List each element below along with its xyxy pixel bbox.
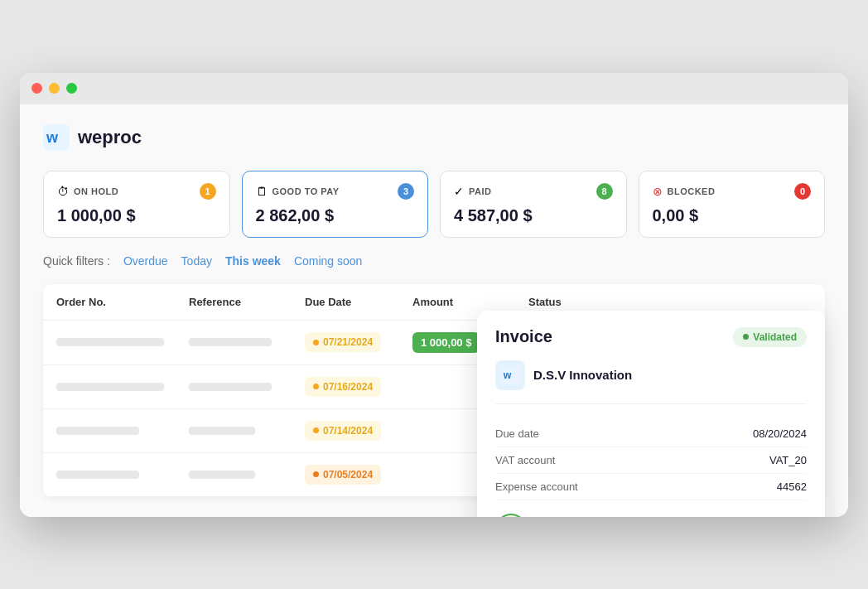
company-logo-icon: w <box>501 366 519 384</box>
svg-text:w: w <box>46 129 59 146</box>
date-badge: 07/16/2024 <box>305 377 381 397</box>
col-reference: Reference <box>189 296 305 308</box>
cell-reference <box>189 383 305 391</box>
card-good-to-pay-amount: 2 862,00 $ <box>256 206 415 225</box>
company-logo: w <box>495 360 525 390</box>
expense-row: Expense account 44562 <box>495 474 807 500</box>
close-button[interactable] <box>31 83 42 94</box>
col-amount: Amount <box>412 296 528 308</box>
avatar: JH <box>495 514 527 517</box>
company-name: D.S.V Innovation <box>533 368 632 382</box>
card-blocked[interactable]: ⊗ BLOCKED 0 0,00 $ <box>639 171 826 238</box>
card-blocked-amount: 0,00 $ <box>653 206 812 225</box>
svg-text:w: w <box>503 369 512 381</box>
due-date-label: Due date <box>495 427 539 440</box>
on-hold-icon: ⏱ <box>57 185 69 198</box>
card-blocked-title: BLOCKED <box>668 186 716 196</box>
filter-this-week[interactable]: This week <box>225 254 281 268</box>
col-order-no: Order No. <box>56 296 189 308</box>
card-paid-amount: 4 587,00 $ <box>454 206 613 225</box>
date-text: 07/14/2024 <box>323 425 373 437</box>
quick-filters: Quick filters : Overdue Today This week … <box>43 254 825 268</box>
date-dot <box>313 427 319 433</box>
card-paid-title: PAID <box>469 186 491 196</box>
card-on-hold[interactable]: ⏱ ON HOLD 1 1 000,00 $ <box>43 171 230 238</box>
validated-badge: Validated <box>733 327 807 347</box>
cell-due-date: 07/05/2024 <box>305 465 412 485</box>
card-paid-badge: 8 <box>596 183 613 200</box>
cell-due-date: 07/14/2024 <box>305 421 412 441</box>
due-date-row: Due date 08/20/2024 <box>495 421 807 447</box>
app-header: w weproc <box>43 124 825 151</box>
card-on-hold-title: ON HOLD <box>74 186 118 196</box>
main-area: Order No. Reference Due Date Amount Stat… <box>43 284 825 497</box>
vat-row: VAT account VAT_20 <box>495 447 807 474</box>
cell-order-no <box>56 427 189 435</box>
card-good-to-pay-title: GOOD TO PAY <box>272 186 340 196</box>
cell-reference <box>189 338 305 346</box>
date-badge: 07/14/2024 <box>305 421 381 441</box>
blocked-icon: ⊗ <box>653 185 663 198</box>
card-on-hold-amount: 1 000,00 $ <box>57 206 216 225</box>
cell-reference <box>189 427 305 435</box>
company-row: w D.S.V Innovation <box>495 360 807 404</box>
card-paid-header: ✓ PAID 8 <box>454 183 613 200</box>
date-badge: 07/05/2024 <box>305 465 381 485</box>
vat-value: VAT_20 <box>769 454 807 466</box>
amount-badge: 1 000,00 $ <box>412 332 480 353</box>
date-dot <box>313 471 319 477</box>
expense-label: Expense account <box>495 480 578 493</box>
cell-due-date: 07/16/2024 <box>305 377 412 397</box>
validated-dot <box>743 334 749 340</box>
card-on-hold-badge: 1 <box>200 183 216 200</box>
card-good-to-pay-badge: 3 <box>398 183 414 200</box>
filter-today[interactable]: Today <box>181 254 212 268</box>
good-to-pay-icon: 🗒 <box>256 185 268 198</box>
cell-due-date: 07/21/2024 <box>305 332 412 352</box>
app-content: w weproc ⏱ ON HOLD 1 1 000,00 $ 🗒 GOOD T… <box>20 104 848 517</box>
invoice-title: Invoice <box>495 327 552 346</box>
user-row: JH Jean Hives Validated on 28/07/2023 <box>495 514 807 517</box>
invoice-panel: Invoice Validated w D.S.V Innovation <box>477 311 825 517</box>
minimize-button[interactable] <box>49 83 60 94</box>
app-window: w weproc ⏱ ON HOLD 1 1 000,00 $ 🗒 GOOD T… <box>20 73 848 517</box>
expense-value: 44562 <box>777 480 807 493</box>
vat-label: VAT account <box>495 454 555 466</box>
card-on-hold-header: ⏱ ON HOLD 1 <box>57 183 216 200</box>
maximize-button[interactable] <box>66 83 77 94</box>
validated-text: Validated <box>753 331 797 343</box>
filter-overdue[interactable]: Overdue <box>123 254 168 268</box>
cell-order-no <box>56 338 189 346</box>
invoice-header: Invoice Validated <box>495 327 807 347</box>
card-good-to-pay[interactable]: 🗒 GOOD TO PAY 3 2 862,00 $ <box>242 171 429 238</box>
cell-reference <box>189 471 305 479</box>
date-dot <box>313 384 319 389</box>
card-blocked-badge: 0 <box>794 183 811 200</box>
status-cards: ⏱ ON HOLD 1 1 000,00 $ 🗒 GOOD TO PAY 3 2… <box>43 171 825 238</box>
quick-filters-label: Quick filters : <box>43 254 110 268</box>
card-blocked-header: ⊗ BLOCKED 0 <box>653 183 812 200</box>
cell-order-no <box>56 383 189 391</box>
date-text: 07/16/2024 <box>323 381 373 393</box>
card-paid[interactable]: ✓ PAID 8 4 587,00 $ <box>440 171 627 238</box>
col-status: Status <box>528 296 628 308</box>
weproc-logo-icon: w <box>43 124 70 151</box>
date-text: 07/21/2024 <box>323 336 373 348</box>
date-text: 07/05/2024 <box>323 469 373 480</box>
filter-coming-soon[interactable]: Coming soon <box>294 254 363 268</box>
paid-icon: ✓ <box>454 185 464 198</box>
cell-order-no <box>56 471 189 479</box>
date-dot <box>313 340 319 345</box>
col-due-date: Due Date <box>305 296 412 308</box>
app-logo-text: weproc <box>78 127 142 148</box>
titlebar <box>20 73 848 104</box>
card-good-to-pay-header: 🗒 GOOD TO PAY 3 <box>256 183 415 200</box>
date-badge: 07/21/2024 <box>305 332 381 352</box>
due-date-value: 08/20/2024 <box>753 427 807 440</box>
